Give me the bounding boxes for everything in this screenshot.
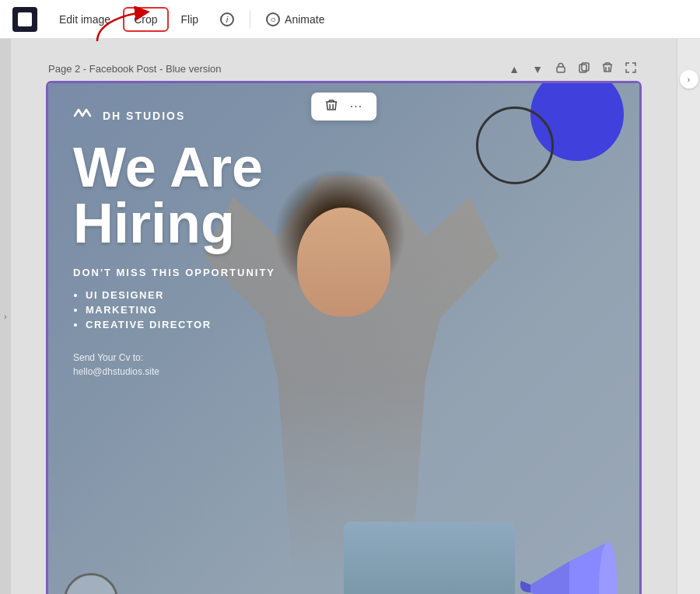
poster-cta-label: Send Your Cv to: bbox=[73, 352, 614, 363]
main-area: › Page 2 - Facebook Post - Blue version … bbox=[0, 39, 700, 594]
flip-button[interactable]: Flip bbox=[172, 9, 208, 30]
edit-image-label: Edit image bbox=[59, 13, 110, 26]
svg-rect-0 bbox=[557, 67, 565, 72]
more-icon: ··· bbox=[350, 100, 362, 113]
page2-section: Page 2 - Facebook Post - Blue version ▲ … bbox=[48, 54, 639, 594]
page2-header: Page 2 - Facebook Post - Blue version ▲ … bbox=[48, 54, 639, 83]
animate-label: Animate bbox=[285, 13, 324, 26]
crop-label: Crop bbox=[134, 13, 157, 26]
left-sidebar-arrow[interactable]: › bbox=[4, 313, 6, 321]
poster-headline: We Are Hiring bbox=[73, 139, 614, 251]
canvas-delete-btn[interactable] bbox=[320, 97, 342, 116]
page2-down-btn[interactable]: ▼ bbox=[529, 61, 546, 77]
page2-label: Page 2 - Facebook Post - Blue version bbox=[48, 63, 222, 75]
job-item-2: MARKETING bbox=[86, 304, 614, 316]
poster-subtitle: DON'T MISS THIS OPPORTUNITY bbox=[73, 267, 614, 278]
poster-job-list: UI DESIGNER MARKETING CREATIVE DIRECTOR bbox=[73, 289, 614, 334]
info-icon: i bbox=[220, 12, 234, 26]
info-button[interactable]: i bbox=[211, 8, 243, 31]
canvas-more-btn[interactable]: ··· bbox=[345, 98, 367, 115]
canvas-action-bar: ··· bbox=[311, 93, 376, 121]
edit-image-button[interactable]: Edit image bbox=[50, 9, 120, 30]
headline-line2: Hiring bbox=[73, 195, 614, 251]
flip-label: Flip bbox=[181, 13, 199, 26]
toolbar-divider bbox=[250, 10, 250, 29]
right-sidebar: › bbox=[677, 39, 700, 594]
page2-copy-btn[interactable] bbox=[576, 61, 593, 77]
page2-expand-btn[interactable] bbox=[622, 61, 639, 77]
left-sidebar: › bbox=[0, 39, 11, 594]
job-item-3: CREATIVE DIRECTOR bbox=[86, 319, 614, 330]
poster-logo-icon bbox=[73, 105, 95, 127]
right-sidebar-toggle[interactable]: › bbox=[680, 70, 698, 89]
crop-button[interactable]: Crop bbox=[123, 7, 168, 32]
page2-up-btn[interactable]: ▲ bbox=[506, 61, 523, 77]
job-item-1: UI DESIGNER bbox=[86, 289, 614, 301]
animate-button[interactable]: ○ Animate bbox=[257, 8, 334, 31]
animate-icon: ○ bbox=[266, 12, 280, 26]
poster-email: hello@dhstudios.site bbox=[73, 366, 614, 377]
right-sidebar-icon: › bbox=[688, 75, 690, 84]
poster-logo-text: DH STUDIOS bbox=[103, 110, 185, 122]
poster-design: DH STUDIOS We Are Hiring DON'T MISS THIS… bbox=[48, 83, 639, 594]
page2-lock-btn[interactable] bbox=[552, 61, 569, 77]
app-logo[interactable] bbox=[12, 7, 37, 32]
page2-actions: ▲ ▼ bbox=[506, 61, 639, 77]
canvas-area: Page 2 - Facebook Post - Blue version ▲ … bbox=[11, 39, 677, 594]
headline-line1: We Are bbox=[73, 139, 614, 195]
poster-content: DH STUDIOS We Are Hiring DON'T MISS THIS… bbox=[48, 83, 639, 594]
page2-delete-btn[interactable] bbox=[599, 61, 616, 77]
toolbar: Edit image Crop Flip i ○ Animate bbox=[0, 0, 700, 39]
megaphone-illustration bbox=[499, 526, 624, 594]
page2-canvas[interactable]: ··· bbox=[48, 83, 639, 594]
